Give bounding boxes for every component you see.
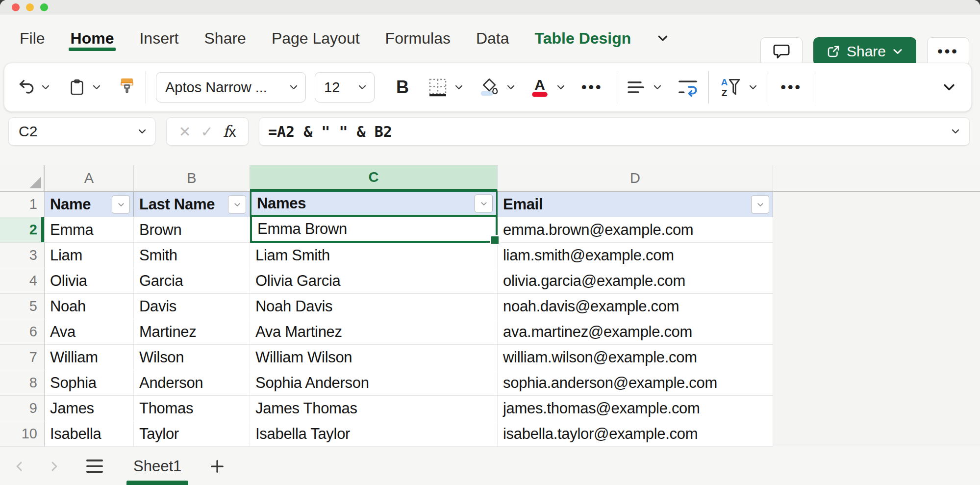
cell-D5[interactable]: noah.davis@example.com bbox=[498, 294, 773, 319]
font-name-select[interactable]: Aptos Narrow ... bbox=[156, 72, 306, 102]
cell-C6[interactable]: Ava Martinez bbox=[250, 319, 498, 345]
cell-C7[interactable]: William Wilson bbox=[250, 345, 498, 370]
cell-C9[interactable]: James Thomas bbox=[250, 396, 498, 421]
next-sheet-button[interactable] bbox=[48, 460, 61, 473]
cell-B5[interactable]: Davis bbox=[134, 294, 250, 319]
row-header-1[interactable]: 1 bbox=[0, 192, 45, 217]
row-header-7[interactable]: 7 bbox=[0, 345, 45, 370]
font-color-button[interactable]: A bbox=[529, 77, 566, 98]
tab-file[interactable]: File bbox=[20, 15, 45, 62]
cell-C5[interactable]: Noah Davis bbox=[250, 294, 498, 319]
wrap-text-button[interactable] bbox=[677, 77, 699, 98]
row-header-2[interactable]: 2 bbox=[0, 217, 45, 243]
cell-A2[interactable]: Emma bbox=[45, 217, 134, 243]
cell-A7[interactable]: William bbox=[45, 345, 134, 370]
format-painter-button[interactable] bbox=[118, 77, 136, 98]
paste-button[interactable] bbox=[68, 78, 101, 97]
row-header-3[interactable]: 3 bbox=[0, 243, 45, 268]
cell-B8[interactable]: Anderson bbox=[134, 370, 250, 396]
cancel-entry-button[interactable]: ✕ bbox=[178, 123, 191, 140]
header-label-names: Names bbox=[257, 195, 306, 212]
more-tabs-chevron-icon[interactable] bbox=[656, 32, 669, 45]
sort-filter-button[interactable]: AZ bbox=[719, 76, 758, 99]
cell-C8[interactable]: Sophia Anderson bbox=[250, 370, 498, 396]
cell-B10[interactable]: Taylor bbox=[134, 421, 250, 447]
more-toolbar-options-button[interactable]: ••• bbox=[778, 79, 805, 96]
row-header-6[interactable]: 6 bbox=[0, 319, 45, 345]
row-header-8[interactable]: 8 bbox=[0, 370, 45, 396]
filter-button-name[interactable] bbox=[112, 196, 130, 214]
cell-B4[interactable]: Garcia bbox=[134, 268, 250, 294]
row-header-4[interactable]: 4 bbox=[0, 268, 45, 294]
cell-D8[interactable]: sophia.anderson@example.com bbox=[498, 370, 773, 396]
cell-A3[interactable]: Liam bbox=[45, 243, 134, 268]
column-header-C[interactable]: C bbox=[250, 165, 498, 192]
select-all-corner[interactable] bbox=[0, 165, 45, 192]
fill-handle[interactable] bbox=[490, 235, 500, 245]
filter-button-names[interactable] bbox=[475, 195, 493, 213]
cell-B6[interactable]: Martinez bbox=[134, 319, 250, 345]
svg-text:Z: Z bbox=[721, 88, 727, 98]
cell-B3[interactable]: Smith bbox=[134, 243, 250, 268]
fill-color-button[interactable] bbox=[478, 77, 516, 98]
cell-A6[interactable]: Ava bbox=[45, 319, 134, 345]
cell-C2[interactable]: Emma Brown bbox=[250, 217, 498, 243]
bold-button[interactable]: B bbox=[393, 77, 412, 98]
cell-C1[interactable]: Names bbox=[250, 192, 498, 217]
close-window-button[interactable] bbox=[12, 3, 20, 11]
row-header-9[interactable]: 9 bbox=[0, 396, 45, 421]
collapse-ribbon-button[interactable] bbox=[942, 80, 956, 95]
cell-D1[interactable]: Email bbox=[498, 192, 773, 217]
cell-D2[interactable]: emma.brown@example.com bbox=[498, 217, 773, 243]
cell-B2[interactable]: Brown bbox=[134, 217, 250, 243]
cell-A10[interactable]: Isabella bbox=[45, 421, 134, 447]
column-header-D[interactable]: D bbox=[498, 165, 773, 192]
more-font-options-button[interactable]: ••• bbox=[578, 79, 606, 96]
cell-D6[interactable]: ava.martinez@example.com bbox=[498, 319, 773, 345]
name-box[interactable]: C2 bbox=[8, 117, 155, 146]
cell-C3[interactable]: Liam Smith bbox=[250, 243, 498, 268]
tab-page-layout[interactable]: Page Layout bbox=[272, 15, 360, 62]
undo-button[interactable] bbox=[17, 78, 50, 97]
alignment-button[interactable] bbox=[626, 77, 662, 97]
minimize-window-button[interactable] bbox=[26, 3, 34, 11]
cell-D4[interactable]: olivia.garcia@example.com bbox=[498, 268, 773, 294]
sheet-list-button[interactable] bbox=[86, 459, 103, 473]
cell-B7[interactable]: Wilson bbox=[134, 345, 250, 370]
cell-A9[interactable]: James bbox=[45, 396, 134, 421]
cell-D10[interactable]: isabella.taylor@example.com bbox=[498, 421, 773, 447]
cell-A4[interactable]: Olivia bbox=[45, 268, 134, 294]
tab-data[interactable]: Data bbox=[476, 15, 509, 62]
cell-value: Anderson bbox=[139, 374, 203, 392]
cell-A5[interactable]: Noah bbox=[45, 294, 134, 319]
tab-share[interactable]: Share bbox=[204, 15, 246, 62]
cell-C4[interactable]: Olivia Garcia bbox=[250, 268, 498, 294]
previous-sheet-button[interactable] bbox=[13, 460, 25, 473]
cell-B1[interactable]: Last Name bbox=[134, 192, 250, 217]
cell-A8[interactable]: Sophia bbox=[45, 370, 134, 396]
sheet-tab-sheet1[interactable]: Sheet1 bbox=[126, 447, 189, 485]
zoom-window-button[interactable] bbox=[40, 3, 48, 11]
tab-table-design[interactable]: Table Design bbox=[535, 15, 631, 62]
borders-button[interactable] bbox=[427, 77, 464, 98]
formula-input[interactable]: =A2 & " " & B2 bbox=[259, 117, 970, 146]
add-sheet-button[interactable] bbox=[209, 458, 226, 475]
cell-C10[interactable]: Isabella Taylor bbox=[250, 421, 498, 447]
cell-A1[interactable]: Name bbox=[45, 192, 134, 217]
cell-D9[interactable]: james.thomas@example.com bbox=[498, 396, 773, 421]
row-header-5[interactable]: 5 bbox=[0, 294, 45, 319]
column-header-A[interactable]: A bbox=[45, 165, 134, 192]
cell-D7[interactable]: william.wilson@example.com bbox=[498, 345, 773, 370]
tab-home[interactable]: Home bbox=[71, 15, 114, 62]
cell-B9[interactable]: Thomas bbox=[134, 396, 250, 421]
font-size-select[interactable]: 12 bbox=[315, 72, 375, 102]
accept-entry-button[interactable]: ✓ bbox=[201, 123, 213, 140]
cell-D3[interactable]: liam.smith@example.com bbox=[498, 243, 773, 268]
column-header-B[interactable]: B bbox=[134, 165, 250, 192]
tab-formulas[interactable]: Formulas bbox=[385, 15, 451, 62]
insert-function-button[interactable]: fx bbox=[223, 122, 236, 141]
filter-button-last-name[interactable] bbox=[228, 196, 246, 214]
tab-insert[interactable]: Insert bbox=[139, 15, 178, 62]
filter-button-email[interactable] bbox=[751, 196, 769, 214]
row-header-10[interactable]: 10 bbox=[0, 421, 45, 447]
